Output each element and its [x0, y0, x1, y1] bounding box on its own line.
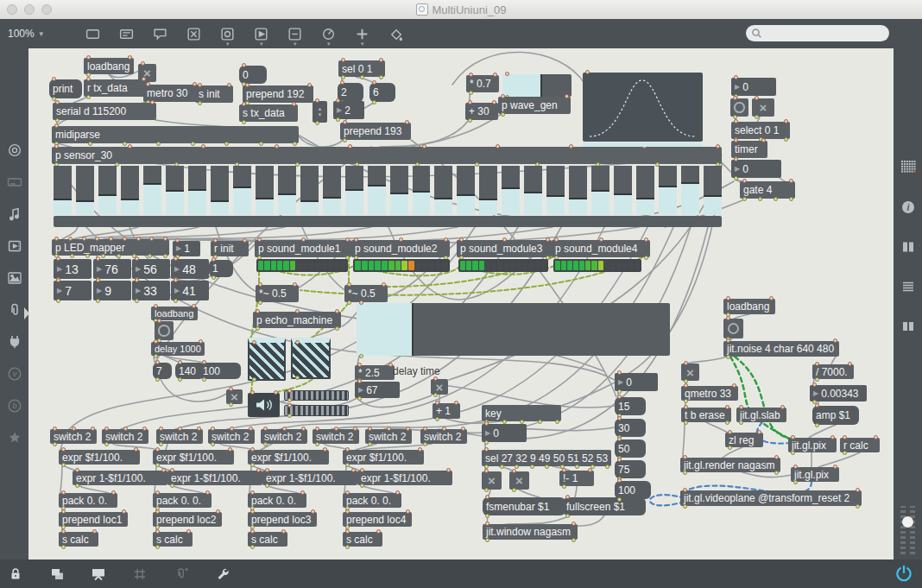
- obj-expr2-2[interactable]: expr 1-$f1/100.: [167, 471, 262, 485]
- obj-qmetro-33[interactable]: qmetro 33: [681, 386, 738, 401]
- obj-jit-noise[interactable]: jit.noise 4 char 640 480: [723, 341, 839, 357]
- multislider-column[interactable]: [457, 166, 475, 215]
- close-button[interactable]: [7, 4, 17, 15]
- multislider-column[interactable]: [166, 166, 184, 215]
- multislider-column[interactable]: [636, 166, 654, 215]
- obj-select-0-1[interactable]: select 0 1: [731, 122, 790, 139]
- obj-sel-keys[interactable]: sel 27 32 9 49 50 51 52 53: [482, 450, 611, 466]
- scope-display[interactable]: [583, 73, 703, 142]
- favorites-star-icon[interactable]: [6, 429, 23, 446]
- msg-50[interactable]: 50: [615, 439, 646, 458]
- obj-switch2-8[interactable]: switch 2: [420, 429, 467, 444]
- msg-75[interactable]: 75: [615, 460, 646, 478]
- msg-fsmenubar[interactable]: fsmenubar $1: [483, 497, 565, 515]
- obj-jit-window[interactable]: jit.window nagasm: [483, 524, 578, 540]
- multislider-column[interactable]: [614, 166, 632, 215]
- slider-delay[interactable]: [357, 303, 670, 356]
- obj-pack-3[interactable]: pack 0. 0.: [248, 493, 306, 508]
- obj-prepend-loc4[interactable]: prepend loc4: [343, 512, 412, 527]
- obj-prepend-loc1[interactable]: prepend loc1: [59, 512, 128, 527]
- slider-wave[interactable]: [502, 74, 572, 97]
- obj-zl-reg[interactable]: zl reg: [725, 433, 763, 447]
- obj-jit-gl-pix-1[interactable]: jit.gl.pix: [788, 438, 837, 452]
- multislider-column[interactable]: [569, 166, 587, 215]
- obj-r-init[interactable]: r init: [211, 241, 249, 256]
- new-comment-icon[interactable]: [148, 22, 173, 46]
- toggle-mid[interactable]: ×: [431, 379, 448, 395]
- obj-r-calc[interactable]: r calc: [840, 438, 880, 452]
- msg-100b[interactable]: 100: [615, 481, 651, 499]
- speaker-ezdac[interactable]: [248, 393, 280, 417]
- obj-switch2-6[interactable]: switch 2: [313, 429, 359, 444]
- console-icon[interactable]: [6, 174, 23, 191]
- num-41[interactable]: ▶41: [171, 281, 209, 300]
- obj-expr1-3[interactable]: expr $f1/100.: [248, 450, 329, 465]
- obj-sig-mult-a[interactable]: *~ 0.5: [256, 285, 299, 302]
- obj-switch2-1[interactable]: switch 2: [50, 429, 97, 444]
- vizzie-icon[interactable]: v: [6, 365, 23, 383]
- gain-h1[interactable]: [284, 390, 349, 401]
- msg-6[interactable]: 6: [369, 83, 395, 102]
- new-playbar-icon[interactable]: ▼: [249, 22, 274, 46]
- multislider-column[interactable]: [256, 166, 274, 215]
- add-more-icon[interactable]: ▼: [350, 22, 375, 46]
- num-33[interactable]: ▶33: [132, 281, 170, 300]
- sidebar-handle-icon[interactable]: [24, 307, 29, 319]
- msg-fullscreen[interactable]: fullscreen $1: [563, 497, 646, 515]
- obj-plus-1[interactable]: + 1: [433, 403, 460, 419]
- obj-prepend-loc3[interactable]: prepend loc3: [248, 512, 317, 527]
- button-delay[interactable]: [155, 321, 174, 340]
- toggle-qmetro[interactable]: ×: [681, 364, 699, 381]
- multislider-column[interactable]: [524, 166, 542, 215]
- msg-30[interactable]: 30: [615, 419, 646, 437]
- obj-s-init[interactable]: s init: [195, 85, 233, 103]
- attach-plus-icon[interactable]: [173, 566, 190, 583]
- obj-sig-mult-b[interactable]: *~ 0.5: [344, 285, 388, 302]
- obj-s-calc-3[interactable]: s calc: [248, 532, 287, 547]
- gain-h2[interactable]: [284, 405, 349, 416]
- multislider-column[interactable]: [345, 166, 363, 215]
- num-13[interactable]: ▶13: [54, 259, 92, 279]
- obj-div-7000[interactable]: / 7000.: [812, 364, 854, 379]
- num-76[interactable]: ▶76: [93, 259, 131, 279]
- multislider-column[interactable]: [659, 166, 677, 215]
- obj-jit-gl-render[interactable]: jit.gl.render nagasm: [680, 458, 780, 472]
- multislider-column[interactable]: [546, 166, 565, 215]
- new-button-icon[interactable]: ▼: [216, 22, 240, 46]
- multislider-column[interactable]: [300, 166, 319, 215]
- button-noise[interactable]: [723, 319, 743, 338]
- audio-power-button[interactable]: [894, 564, 913, 586]
- obj-pack-2[interactable]: pack 0. 0.: [153, 493, 212, 508]
- multislider-column[interactable]: [681, 166, 699, 215]
- num-1-small[interactable]: ▶1: [173, 241, 200, 256]
- msg-1[interactable]: 1: [209, 260, 233, 277]
- obj-s-calc-2[interactable]: s calc: [153, 532, 193, 547]
- msg-100a[interactable]: 100: [199, 363, 241, 379]
- multislider-column[interactable]: [479, 166, 497, 215]
- num-2[interactable]: ▶2: [333, 101, 364, 119]
- toggle-fs1[interactable]: ×: [482, 471, 502, 490]
- obj-t-b-erase[interactable]: t b erase: [681, 408, 731, 422]
- obj-switch2-3[interactable]: switch 2: [156, 429, 203, 444]
- obj-s-calc-1[interactable]: s calc: [59, 532, 98, 547]
- obj-switch2-7[interactable]: switch 2: [365, 429, 412, 444]
- multislider-column[interactable]: [413, 166, 431, 215]
- multislider-column[interactable]: [278, 166, 296, 215]
- obj-p-wave-gen[interactable]: p wave_gen: [498, 97, 571, 114]
- new-toggle-icon[interactable]: [182, 22, 206, 46]
- multislider-column[interactable]: [76, 166, 94, 215]
- msg-15[interactable]: 15: [615, 397, 646, 415]
- obj-delay-1000[interactable]: delay 1000: [151, 342, 205, 356]
- traffic-lights[interactable]: [7, 4, 52, 15]
- msg-print[interactable]: print: [49, 79, 82, 98]
- obj-sound-module4[interactable]: p sound_module4: [552, 240, 650, 257]
- obj-pack-4[interactable]: pack 0. 0.: [343, 493, 401, 508]
- obj-r-tx-data[interactable]: r tx_data: [84, 79, 148, 97]
- obj-prepend-192[interactable]: prepend 192: [243, 85, 313, 103]
- layers-icon[interactable]: [48, 566, 66, 583]
- multislider-column[interactable]: [390, 166, 408, 215]
- plug-icon[interactable]: [6, 333, 23, 351]
- obj-p-sensor-30[interactable]: p sensor_30: [52, 147, 722, 164]
- num-0-tr2[interactable]: ▶0: [731, 160, 781, 178]
- obj-jit-gl-pix-2[interactable]: jit.gl.pix: [791, 467, 839, 482]
